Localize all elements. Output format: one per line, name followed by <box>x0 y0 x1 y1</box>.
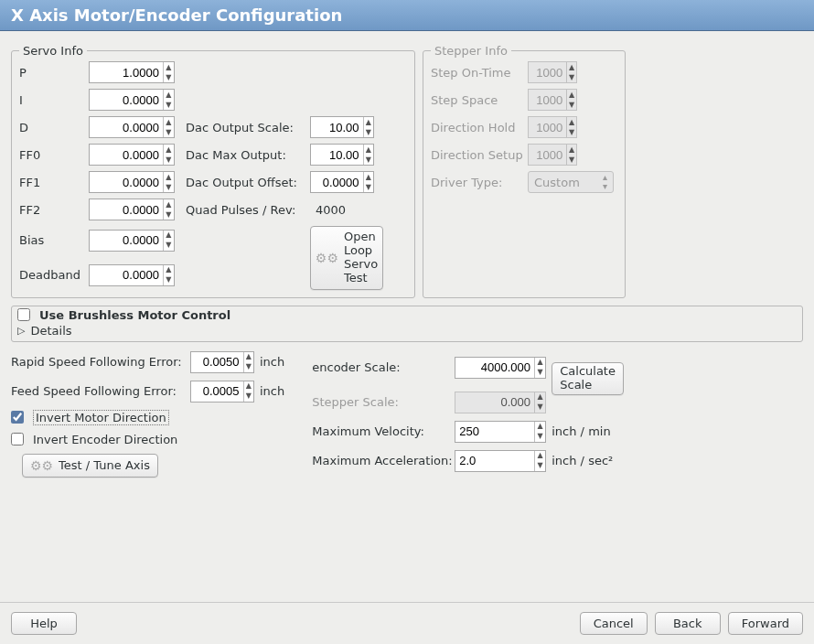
spinner-arrows[interactable]: ▲▼ <box>363 172 374 192</box>
feed-following-error-label: Feed Speed Following Error: <box>11 384 185 398</box>
calc-l1: Calculate <box>560 365 616 379</box>
spinner-arrows[interactable]: ▲▼ <box>163 265 174 285</box>
dac-offset-input[interactable] <box>311 172 363 192</box>
invert-motor-label: Invert Motor Direction <box>33 410 169 425</box>
max-acceleration-spinner[interactable]: ▲▼ <box>455 450 546 472</box>
bias-spinner[interactable]: ▲▼ <box>89 230 175 252</box>
spinner-arrows[interactable]: ▲▼ <box>243 352 254 372</box>
stepper-scale-spinner: ▲▼ <box>455 392 546 413</box>
ff1-input[interactable] <box>90 172 163 192</box>
step-space-spinner: ▲▼ <box>528 89 577 111</box>
p-spinner[interactable]: ▲▼ <box>89 61 175 83</box>
encoder-scale-input[interactable] <box>455 358 534 378</box>
openloop-l2: Loop <box>344 244 378 258</box>
spinner-arrows: ▲▼ <box>534 392 545 413</box>
p-stepper-arrows[interactable]: ▲▼ <box>163 62 174 82</box>
spinner-arrows: ▲▼ <box>566 62 576 82</box>
max-velocity-unit: inch / min <box>552 424 610 438</box>
brushless-label: Use Brushless Motor Control <box>39 308 230 322</box>
dac-max-input[interactable] <box>311 145 363 165</box>
help-button[interactable]: Help <box>11 612 77 635</box>
spinner-arrows[interactable]: ▲▼ <box>163 90 174 110</box>
openloop-l1: Open <box>344 231 378 244</box>
spinner-arrows[interactable]: ▲▼ <box>163 145 174 165</box>
rapid-unit: inch <box>260 355 284 369</box>
spinner-arrows[interactable]: ▲▼ <box>163 172 174 192</box>
max-velocity-input[interactable] <box>455 422 534 442</box>
rapid-following-error-spinner[interactable]: ▲▼ <box>190 351 254 373</box>
details-label: Details <box>30 324 71 338</box>
max-acceleration-unit: inch / sec² <box>552 454 613 467</box>
deadband-input[interactable] <box>90 265 163 285</box>
spinner-arrows[interactable]: ▲▼ <box>363 117 374 137</box>
spinner-arrows[interactable]: ▲▼ <box>534 451 545 471</box>
calculate-scale-button[interactable]: Calculate Scale <box>552 362 624 395</box>
spinner-arrows[interactable]: ▲▼ <box>163 117 174 137</box>
spinner-arrows[interactable]: ▲▼ <box>163 199 174 220</box>
dac-max-label: Dac Max Output: <box>186 148 305 162</box>
i-label: I <box>19 93 83 107</box>
d-input[interactable] <box>90 117 163 137</box>
ff2-input[interactable] <box>90 199 163 220</box>
spinner-arrows[interactable]: ▲▼ <box>243 381 254 402</box>
servo-info-group: Servo Info P ▲▼ I ▲▼ D ▲▼ Dac Output Sca… <box>11 44 415 298</box>
driver-type-label: Driver Type: <box>431 176 522 189</box>
test-tune-axis-button[interactable]: ⚙⚙ Test / Tune Axis <box>22 454 158 478</box>
direction-hold-spinner: ▲▼ <box>528 116 577 138</box>
ff0-spinner[interactable]: ▲▼ <box>89 144 175 166</box>
d-spinner[interactable]: ▲▼ <box>89 116 175 138</box>
max-acceleration-label: Maximum Acceleration: <box>312 454 449 467</box>
brushless-checkbox[interactable] <box>17 308 30 321</box>
p-input[interactable] <box>90 62 163 82</box>
bias-label: Bias <box>19 233 83 247</box>
spinner-arrows[interactable]: ▲▼ <box>363 145 374 165</box>
d-label: D <box>19 121 83 134</box>
feed-following-error-input[interactable] <box>191 381 243 402</box>
servo-legend: Servo Info <box>19 44 87 58</box>
feed-following-error-spinner[interactable]: ▲▼ <box>190 381 254 402</box>
p-label: P <box>19 66 83 80</box>
step-on-time-label: Step On-Time <box>431 66 522 80</box>
ff2-spinner[interactable]: ▲▼ <box>89 199 175 220</box>
bias-input[interactable] <box>90 231 163 251</box>
invert-encoder-checkbox[interactable] <box>11 433 24 445</box>
forward-button[interactable]: Forward <box>728 612 803 635</box>
direction-setup-label: Direction Setup <box>431 148 522 162</box>
stepper-scale-input <box>455 392 534 413</box>
spinner-arrows: ▲▼ <box>566 145 576 165</box>
dac-scale-input[interactable] <box>311 117 363 137</box>
brushless-group: Use Brushless Motor Control ▷ Details <box>11 306 803 342</box>
step-on-time-spinner: ▲▼ <box>528 61 577 83</box>
details-expander[interactable]: ▷ Details <box>17 322 797 339</box>
i-input[interactable] <box>90 90 163 110</box>
ff1-spinner[interactable]: ▲▼ <box>89 171 175 193</box>
dac-scale-spinner[interactable]: ▲▼ <box>310 116 374 138</box>
dac-max-spinner[interactable]: ▲▼ <box>310 144 374 166</box>
spinner-arrows[interactable]: ▲▼ <box>534 422 545 442</box>
test-tune-label: Test / Tune Axis <box>59 458 150 472</box>
i-spinner[interactable]: ▲▼ <box>89 89 175 111</box>
cancel-button[interactable]: Cancel <box>580 612 648 635</box>
back-button[interactable]: Back <box>655 612 721 635</box>
dac-offset-spinner[interactable]: ▲▼ <box>310 171 374 193</box>
max-velocity-spinner[interactable]: ▲▼ <box>455 421 546 443</box>
encoder-scale-spinner[interactable]: ▲▼ <box>455 357 546 379</box>
step-on-time-input <box>529 62 566 82</box>
spinner-arrows: ▲▼ <box>566 90 576 110</box>
deadband-spinner[interactable]: ▲▼ <box>89 264 175 286</box>
window-title: X Axis Motor/Encoder Configuration <box>0 0 814 31</box>
spinner-arrows[interactable]: ▲▼ <box>163 231 174 251</box>
rapid-following-error-input[interactable] <box>191 352 243 372</box>
invert-motor-checkbox[interactable] <box>11 411 24 424</box>
ff0-input[interactable] <box>90 145 163 165</box>
direction-setup-input <box>529 145 566 165</box>
open-loop-servo-test-button[interactable]: ⚙⚙ Open Loop Servo Test <box>310 226 383 290</box>
max-acceleration-input[interactable] <box>455 451 534 471</box>
openloop-l4: Test <box>344 272 378 285</box>
quad-label: Quad Pulses / Rev: <box>186 203 305 217</box>
openloop-l3: Servo <box>344 258 378 272</box>
spinner-arrows: ▲▼ <box>566 117 576 137</box>
spinner-arrows[interactable]: ▲▼ <box>534 358 545 378</box>
driver-type-select: Custom ▴▾ <box>528 171 614 193</box>
invert-encoder-label: Invert Encoder Direction <box>33 433 177 446</box>
